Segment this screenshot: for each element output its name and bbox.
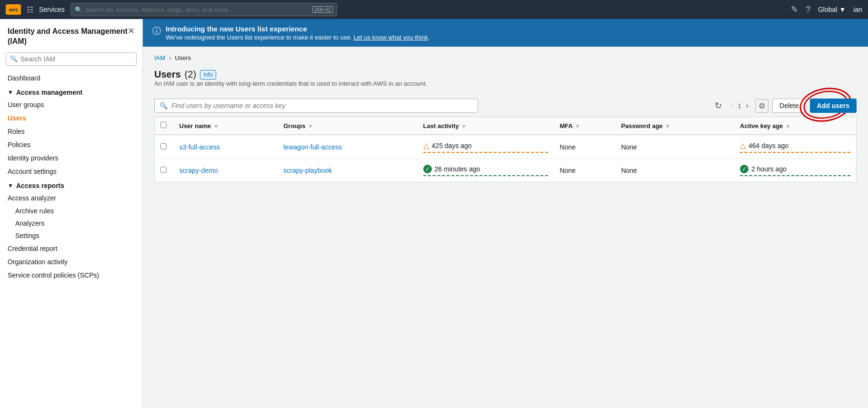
sidebar-item-account-settings[interactable]: Account settings [0,165,142,178]
sidebar-nav: Dashboard ▼ Access management User group… [0,71,142,289]
col-active-key-age[interactable]: Active key age ▿ [734,117,856,135]
sidebar-item-analyzers[interactable]: Analyzers [0,217,142,229]
row2-username: scrapy-demo [174,159,278,182]
sort-icon-active-key-age: ▿ [787,123,789,129]
banner-text-block: Introducing the new Users list experienc… [166,25,429,41]
users-title: Users [154,69,181,80]
select-all-checkbox[interactable] [160,122,167,128]
sidebar-item-access-analyzer[interactable]: Access analyzer [0,191,142,205]
sidebar-item-settings[interactable]: Settings [0,229,142,242]
row2-password-age: None [615,159,734,182]
sidebar-search-input[interactable] [20,55,132,63]
sidebar-item-user-groups[interactable]: User groups [0,98,142,111]
info-banner: ⓘ Introducing the new Users list experie… [143,19,868,47]
row2-active-key-age: ✓ 2 hours ago [734,159,856,182]
row2-groups: scrapy-playbook [278,159,417,182]
global-region-button[interactable]: Global ▼ [818,6,846,13]
add-users-wrapper: Add users [810,99,857,113]
row1-last-activity-cell: △ 425 days ago [423,141,549,153]
col-username[interactable]: User name ▿ [174,117,278,135]
table-toolbar: 🔍 ↻ ‹ 1 › ⚙ Delete [154,99,857,113]
group-link-lewagon[interactable]: lewagon-full-access [283,143,342,151]
sidebar-item-credential-report[interactable]: Credential report [0,242,142,255]
arrow-icon-2: ▼ [8,182,13,189]
col-last-activity[interactable]: Last activity ▿ [418,117,554,135]
sidebar-close-button[interactable]: ✕ [128,27,135,35]
table-header: User name ▿ Groups ▿ Last activity ▿ M [155,117,857,135]
main-content: ⓘ Introducing the new Users list experie… [143,19,868,408]
banner-body: We've redesigned the Users list experien… [166,34,429,41]
user-search[interactable]: 🔍 [154,99,478,113]
users-count: (2) [185,69,196,80]
sidebar-item-org-activity[interactable]: Organization activity [0,255,142,269]
breadcrumb-iam[interactable]: IAM [154,54,165,61]
refresh-button[interactable]: ↻ [713,99,724,113]
section-title-row: Users (2) Info [154,69,427,80]
sidebar-item-identity-providers[interactable]: Identity providers [0,151,142,165]
banner-link[interactable]: Let us know what you think [354,34,428,41]
sidebar-section-access-management[interactable]: ▼ Access management [0,85,142,98]
row2-mfa: None [554,159,615,182]
sort-icon-username: ▿ [215,123,218,129]
sidebar-section-access-reports[interactable]: ▼ Access reports [0,178,142,191]
sidebar-item-dashboard[interactable]: Dashboard [0,71,142,85]
top-nav: aws ☷ Services 🔍 [Alt+S] ✎ ? Global ▼ ia… [0,0,868,19]
sidebar-search[interactable]: 🔍 [6,52,137,66]
row1-checkbox[interactable] [160,143,167,149]
row2-last-activity: ✓ 26 minutes ago [418,159,554,182]
user-label[interactable]: ian [853,6,862,13]
table-actions: ↻ ‹ 1 › ⚙ Delete Add users [713,99,857,113]
user-link-scrapy[interactable]: scrapy-demo [180,167,218,174]
pagination-next[interactable]: › [743,100,751,111]
column-settings-button[interactable]: ⚙ [755,99,768,113]
sort-icon-groups: ▿ [309,123,312,129]
table-row: s3-full-access lewagon-full-access △ 425… [155,135,857,159]
services-button[interactable]: Services [39,6,65,13]
row2-checkbox[interactable] [160,167,167,173]
help-icon[interactable]: ? [806,5,810,15]
col-mfa[interactable]: MFA ▿ [554,117,615,135]
sidebar-item-scps[interactable]: Service control policies (SCPs) [0,269,142,282]
row1-active-key-cell: △ 464 days ago [740,141,850,153]
sort-icon-mfa: ▿ [576,123,579,129]
sidebar-item-users[interactable]: Users [0,111,142,125]
sidebar-item-archive-rules[interactable]: Archive rules [0,205,142,217]
row1-password-age: None [615,135,734,159]
content-area: IAM › Users Users (2) Info An IAM user i… [143,47,868,190]
table-row: scrapy-demo scrapy-playbook ✓ 26 minutes… [155,159,857,182]
search-icon: 🔍 [75,6,82,13]
bell-icon[interactable]: ✎ [791,4,798,15]
chevron-down-icon: ▼ [839,6,846,13]
add-users-button[interactable]: Add users [810,99,857,113]
pagination-prev[interactable]: ‹ [728,100,736,111]
ok-icon-row2-key: ✓ [740,165,748,173]
row1-checkbox-cell [155,135,174,159]
col-password-age[interactable]: Password age ▿ [615,117,734,135]
sidebar-item-roles[interactable]: Roles [0,125,142,138]
sidebar: Identity and Access Management (IAM) ✕ 🔍… [0,19,143,408]
section-header: Users (2) Info An IAM user is an identit… [154,69,857,95]
sidebar-item-policies[interactable]: Policies [0,138,142,151]
aws-logo[interactable]: aws [6,4,21,15]
sidebar-header: Identity and Access Management (IAM) ✕ [0,19,142,52]
col-groups[interactable]: Groups ▿ [278,117,417,135]
info-icon: ⓘ [152,25,161,37]
select-all-col [155,117,174,135]
info-badge[interactable]: Info [200,70,216,80]
group-link-scrapy-playbook[interactable]: scrapy-playbook [283,167,332,174]
row1-last-activity: △ 425 days ago [418,135,554,159]
breadcrumb: IAM › Users [154,54,857,61]
search-icon-table: 🔍 [160,102,168,109]
warning-icon-row1-key: △ [740,141,746,150]
user-link-s3[interactable]: s3-full-access [180,143,220,151]
row2-last-activity-cell: ✓ 26 minutes ago [423,165,549,176]
delete-button[interactable]: Delete [772,99,806,113]
sort-icon-password-age: ▿ [666,123,669,129]
global-search[interactable]: 🔍 [Alt+S] [70,3,337,16]
row2-checkbox-cell [155,159,174,182]
table-body: s3-full-access lewagon-full-access △ 425… [155,135,857,182]
global-search-input[interactable] [85,6,309,13]
grid-icon[interactable]: ☷ [27,5,33,14]
row1-username: s3-full-access [174,135,278,159]
user-search-input[interactable] [171,102,473,109]
